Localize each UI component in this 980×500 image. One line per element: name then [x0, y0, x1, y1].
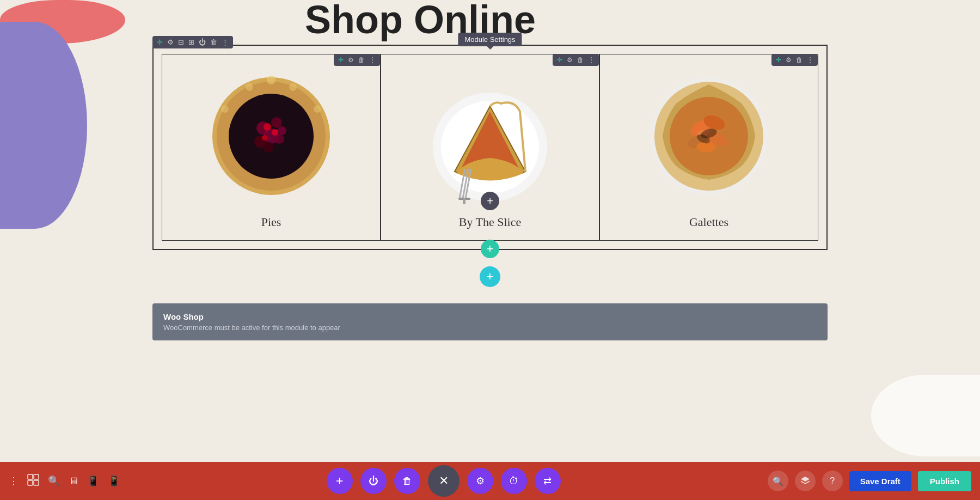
module-container: ✛ ⚙ ⊟ ⊞ ⏻ 🗑 ⋮ ✛ ⚙ 🗑 ⋮ [152, 45, 828, 250]
pie-image-berry [173, 65, 369, 207]
layout-icon[interactable] [27, 474, 39, 489]
desktop-icon[interactable]: 🖥 [69, 475, 78, 487]
item-settings-icon-slice[interactable]: ⚙ [567, 56, 573, 64]
item-label-pies: Pies [173, 215, 369, 229]
toolbar-center: + ⏻ 🗑 ✕ ⚙ ⏱ ⇄ [128, 465, 759, 497]
woo-shop-title: Woo Shop [163, 312, 817, 321]
help-icon[interactable]: ? [822, 471, 843, 491]
item-label-slice: By The Slice [392, 215, 588, 229]
item-settings-icon-galettes[interactable]: ⚙ [786, 56, 792, 64]
item-more-icon-galettes[interactable]: ⋮ [807, 56, 813, 64]
columns-icon[interactable]: ⊟ [178, 38, 184, 46]
item-trash-icon-galettes[interactable]: 🗑 [796, 56, 803, 64]
mobile-icon[interactable]: 📱 [108, 475, 120, 487]
item-move-icon-pies[interactable]: ✛ [338, 56, 344, 64]
item-label-galettes: Galettes [611, 215, 807, 229]
item-toolbar-galettes: ✛ ⚙ 🗑 ⋮ [771, 54, 818, 66]
tablet-icon[interactable]: 📱 [87, 475, 99, 487]
item-trash-icon-slice[interactable]: 🗑 [577, 56, 584, 64]
svg-point-8 [263, 142, 274, 153]
power-button[interactable]: ⏻ [360, 468, 387, 494]
item-move-icon-slice[interactable]: ✛ [557, 56, 562, 64]
svg-point-4 [271, 117, 282, 128]
svg-point-17 [221, 105, 229, 113]
trash-icon[interactable]: 🗑 [210, 38, 217, 46]
item-cell-slice: Module Settings ✛ ⚙ 🗑 ⋮ [381, 54, 599, 241]
history-button[interactable]: ⏱ [501, 468, 527, 494]
more-icon[interactable]: ⋮ [222, 38, 229, 46]
add-element-button[interactable]: + [327, 468, 353, 494]
search-toolbar-icon[interactable]: 🔍 [48, 475, 60, 487]
svg-rect-24 [463, 198, 465, 204]
svg-rect-39 [34, 480, 39, 485]
item-more-icon-slice[interactable]: ⋮ [588, 56, 595, 64]
hamburger-icon[interactable]: ⋮ [9, 475, 19, 487]
item-more-icon-pies[interactable]: ⋮ [369, 56, 376, 64]
page-title: Shop Online [305, 0, 980, 39]
svg-point-12 [262, 135, 267, 141]
publish-button[interactable]: Publish [918, 471, 971, 491]
add-button-module-bottom[interactable]: + [481, 240, 499, 258]
toolbar-left: ⋮ 🔍 🖥 📱 📱 [0, 474, 128, 489]
delete-button[interactable]: 🗑 [394, 468, 420, 494]
svg-rect-38 [28, 480, 33, 485]
woo-shop-block: Woo Shop WooCommerce must be active for … [152, 303, 828, 340]
save-draft-button[interactable]: Save Draft [849, 471, 911, 491]
svg-point-16 [314, 105, 321, 113]
close-button[interactable]: ✕ [428, 465, 460, 497]
search-right-icon[interactable]: 🔍 [768, 471, 788, 491]
item-toolbar-pies: ✛ ⚙ 🗑 ⋮ [334, 54, 380, 66]
svg-rect-36 [28, 474, 33, 479]
item-trash-icon-pies[interactable]: 🗑 [358, 56, 365, 64]
svg-point-10 [264, 123, 271, 131]
module-settings-tooltip: Module Settings [458, 33, 522, 46]
main-content: Shop Online ✛ ⚙ ⊟ ⊞ ⏻ 🗑 ⋮ ✛ ⚙ 🗑 ⋮ [0, 0, 980, 462]
svg-point-13 [267, 76, 275, 84]
grid-icon[interactable]: ⊞ [188, 38, 194, 46]
gear-button[interactable]: ⚙ [467, 468, 493, 494]
item-move-icon-galettes[interactable]: ✛ [776, 56, 781, 64]
item-grid: ✛ ⚙ 🗑 ⋮ [162, 54, 818, 241]
module-toolbar: ✛ ⚙ ⊟ ⊞ ⏻ 🗑 ⋮ [152, 36, 233, 48]
add-button-middle[interactable]: + [481, 192, 499, 210]
svg-point-9 [278, 126, 286, 135]
add-button-below[interactable]: + [0, 266, 980, 287]
move-icon[interactable]: ✛ [157, 38, 163, 46]
layers-icon[interactable] [795, 471, 816, 491]
settings-icon[interactable]: ⚙ [167, 38, 174, 46]
woo-shop-description: WooCommerce must be active for this modu… [163, 324, 817, 332]
power-icon[interactable]: ⏻ [199, 38, 206, 46]
toolbar-right: 🔍 ? Save Draft Publish [759, 471, 980, 491]
svg-point-11 [272, 129, 278, 136]
svg-rect-37 [34, 474, 39, 479]
pie-image-galette [611, 65, 807, 207]
item-cell-galettes: ✛ ⚙ 🗑 ⋮ [599, 54, 818, 241]
item-settings-icon-pies[interactable]: ⚙ [348, 56, 354, 64]
svg-point-14 [289, 83, 297, 91]
pie-image-slice [392, 65, 588, 207]
bottom-toolbar: ⋮ 🔍 🖥 📱 📱 + ⏻ 🗑 ✕ ⚙ ⏱ ⇄ 🔍 [0, 462, 980, 500]
svg-point-15 [246, 83, 253, 91]
arrows-button[interactable]: ⇄ [535, 468, 561, 494]
item-cell-pies: ✛ ⚙ 🗑 ⋮ [162, 54, 381, 241]
item-toolbar-slice: ✛ ⚙ 🗑 ⋮ [553, 54, 599, 66]
